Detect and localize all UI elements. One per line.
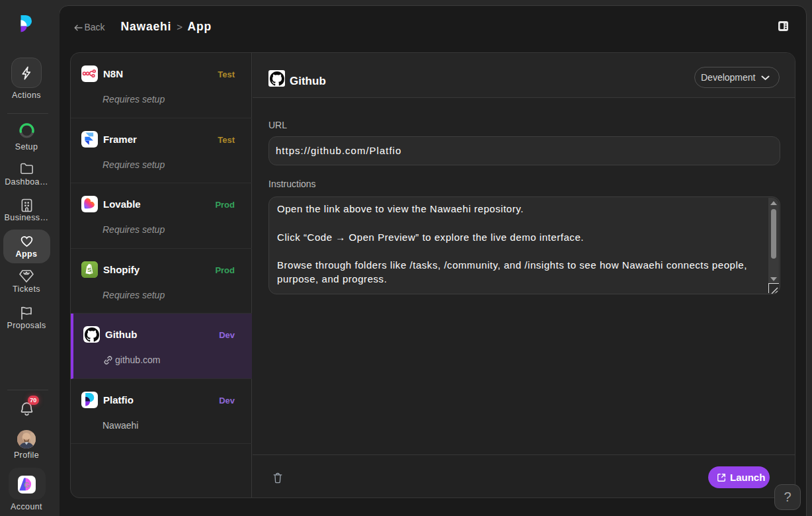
- svg-text:G: G: [24, 481, 30, 489]
- svg-text:S: S: [87, 266, 91, 273]
